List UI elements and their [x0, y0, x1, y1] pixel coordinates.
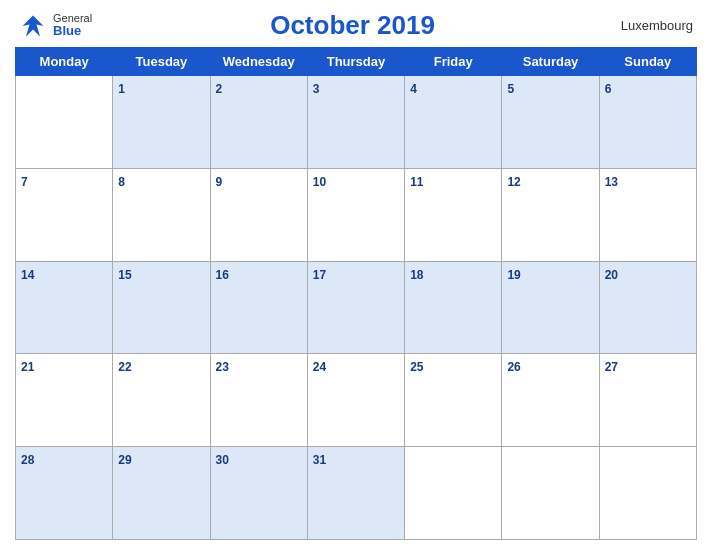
day-number: 5: [507, 82, 514, 96]
table-row: 2: [210, 76, 307, 169]
table-row: 26: [502, 354, 599, 447]
table-row: 6: [599, 76, 696, 169]
table-row: 22: [113, 354, 210, 447]
table-row: 29: [113, 447, 210, 540]
table-row: 30: [210, 447, 307, 540]
calendar-title: October 2019: [92, 10, 613, 41]
svg-marker-0: [23, 15, 44, 36]
day-number: 21: [21, 360, 34, 374]
table-row: 23: [210, 354, 307, 447]
table-row: [599, 447, 696, 540]
calendar-week-row: 14151617181920: [16, 261, 697, 354]
table-row: 20: [599, 261, 696, 354]
table-row: 31: [307, 447, 404, 540]
table-row: 3: [307, 76, 404, 169]
table-row: 13: [599, 168, 696, 261]
day-number: 16: [216, 268, 229, 282]
weekday-header-row: Monday Tuesday Wednesday Thursday Friday…: [16, 48, 697, 76]
table-row: 19: [502, 261, 599, 354]
day-number: 20: [605, 268, 618, 282]
day-number: 22: [118, 360, 131, 374]
day-number: 18: [410, 268, 423, 282]
table-row: 8: [113, 168, 210, 261]
day-number: 11: [410, 175, 423, 189]
calendar-week-row: 21222324252627: [16, 354, 697, 447]
table-row: 4: [405, 76, 502, 169]
table-row: 28: [16, 447, 113, 540]
table-row: 12: [502, 168, 599, 261]
table-row: 1: [113, 76, 210, 169]
logo-text: General Blue: [53, 12, 92, 38]
day-number: 30: [216, 453, 229, 467]
day-number: 31: [313, 453, 326, 467]
table-row: 9: [210, 168, 307, 261]
day-number: 2: [216, 82, 223, 96]
table-row: 11: [405, 168, 502, 261]
table-row: [502, 447, 599, 540]
day-number: 24: [313, 360, 326, 374]
calendar-table: Monday Tuesday Wednesday Thursday Friday…: [15, 47, 697, 540]
day-number: 3: [313, 82, 320, 96]
day-number: 6: [605, 82, 612, 96]
table-row: 14: [16, 261, 113, 354]
col-wednesday: Wednesday: [210, 48, 307, 76]
day-number: 29: [118, 453, 131, 467]
day-number: 19: [507, 268, 520, 282]
day-number: 7: [21, 175, 28, 189]
table-row: 21: [16, 354, 113, 447]
table-row: 24: [307, 354, 404, 447]
table-row: 18: [405, 261, 502, 354]
col-thursday: Thursday: [307, 48, 404, 76]
logo-blue: Blue: [53, 24, 92, 38]
day-number: 15: [118, 268, 131, 282]
table-row: 27: [599, 354, 696, 447]
day-number: 9: [216, 175, 223, 189]
day-number: 8: [118, 175, 125, 189]
calendar-header: General Blue October 2019 Luxembourg: [15, 10, 697, 41]
day-number: 26: [507, 360, 520, 374]
table-row: [405, 447, 502, 540]
day-number: 4: [410, 82, 417, 96]
day-number: 23: [216, 360, 229, 374]
table-row: [16, 76, 113, 169]
calendar-week-row: 123456: [16, 76, 697, 169]
table-row: 16: [210, 261, 307, 354]
calendar-week-row: 28293031: [16, 447, 697, 540]
day-number: 14: [21, 268, 34, 282]
day-number: 10: [313, 175, 326, 189]
day-number: 13: [605, 175, 618, 189]
day-number: 12: [507, 175, 520, 189]
col-monday: Monday: [16, 48, 113, 76]
day-number: 25: [410, 360, 423, 374]
day-number: 27: [605, 360, 618, 374]
logo: General Blue: [19, 12, 92, 40]
table-row: 15: [113, 261, 210, 354]
col-sunday: Sunday: [599, 48, 696, 76]
day-number: 1: [118, 82, 125, 96]
col-saturday: Saturday: [502, 48, 599, 76]
table-row: 17: [307, 261, 404, 354]
logo-bird-icon: [19, 12, 47, 40]
table-row: 7: [16, 168, 113, 261]
day-number: 28: [21, 453, 34, 467]
table-row: 10: [307, 168, 404, 261]
table-row: 5: [502, 76, 599, 169]
table-row: 25: [405, 354, 502, 447]
col-tuesday: Tuesday: [113, 48, 210, 76]
country-label: Luxembourg: [613, 18, 693, 33]
day-number: 17: [313, 268, 326, 282]
col-friday: Friday: [405, 48, 502, 76]
calendar-week-row: 78910111213: [16, 168, 697, 261]
